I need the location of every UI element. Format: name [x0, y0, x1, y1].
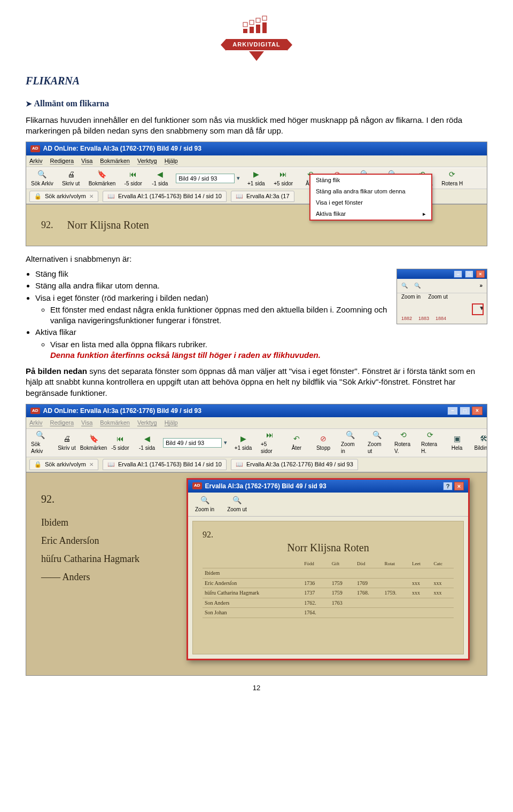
- search-archive-button[interactable]: 🔍Sök Arkiv: [29, 431, 51, 455]
- zoom-out-button[interactable]: 🔍Zoom ut: [226, 496, 248, 513]
- svg-rect-0: [243, 29, 247, 33]
- menu-item[interactable]: Verktyg: [137, 419, 157, 427]
- stop-button[interactable]: ⊘Stopp: [313, 434, 334, 452]
- fwd1-button[interactable]: ▶+1 sida: [232, 434, 254, 452]
- book-icon: 📖: [236, 460, 243, 469]
- bookmarks-button[interactable]: 🔖Bokmärken: [87, 170, 118, 188]
- brand-name: ARKIVDIGITAL: [226, 39, 286, 50]
- maximize-icon[interactable]: □: [465, 270, 473, 278]
- lock-icon: 🔒: [34, 460, 42, 469]
- list-item: Visar en lista med alla öppna flikars ru…: [50, 339, 487, 361]
- back1-button[interactable]: ◀-1 sida: [149, 170, 170, 188]
- help-icon[interactable]: ?: [443, 482, 453, 490]
- zoom-in-button[interactable]: 🔍Zoom in: [339, 431, 361, 455]
- undo-button[interactable]: ↶Åter: [286, 434, 307, 452]
- alt-intro: Alternativen i snabbmenyn är:: [26, 254, 487, 264]
- page-input[interactable]: [176, 174, 235, 183]
- zoom-out-label: Zoom ut: [428, 293, 448, 301]
- tab[interactable]: 📖Ervalla AI:3a (1762-1776) Bild 49 / sid…: [231, 459, 358, 470]
- close-tab-icon[interactable]: ✕: [89, 461, 94, 469]
- book-icon: 📖: [236, 192, 243, 200]
- ctx-close-tab[interactable]: Stäng flik: [310, 175, 431, 186]
- menu-item[interactable]: Bokmärken: [100, 157, 130, 165]
- menu-item[interactable]: Arkiv: [29, 157, 42, 165]
- zoom-in-button[interactable]: 🔍Zoom in: [193, 496, 216, 513]
- ctx-active-tabs[interactable]: Aktiva flikar: [310, 208, 431, 220]
- app-menubar[interactable]: Arkiv Redigera Visa Bokmärken Verktyg Hj…: [26, 417, 487, 429]
- menu-item[interactable]: Visa: [81, 419, 92, 427]
- minimize-icon[interactable]: –: [447, 407, 458, 415]
- window-controls[interactable]: – □ ×: [453, 270, 485, 278]
- minimize-icon[interactable]: –: [454, 270, 462, 278]
- back1-button[interactable]: ◀-1 sida: [136, 434, 158, 452]
- back5-button[interactable]: ⏮-5 sidor: [110, 434, 131, 452]
- rotate-left-button[interactable]: ⟲Rotera V.: [393, 431, 414, 455]
- popup-toolbar: 🔍Zoom in 🔍Zoom ut: [188, 493, 468, 517]
- menu-item[interactable]: Arkiv: [29, 419, 42, 427]
- document-viewport[interactable]: 92. Ibidem Eric Andersſon hüſru Catharin…: [26, 472, 487, 675]
- popup-document[interactable]: 92. Norr Klijsna Roten Född Gift Död Rot…: [192, 521, 464, 654]
- page-number: 12: [26, 683, 487, 693]
- fwd5-button[interactable]: ⏭+5 sidor: [272, 170, 294, 188]
- section-heading: FLIKARNA: [26, 74, 487, 88]
- svg-rect-5: [250, 20, 254, 25]
- ctx-own-window[interactable]: Visa i eget fönster: [310, 197, 431, 208]
- zoom-in-icon[interactable]: 🔍: [401, 282, 408, 290]
- window-titlebar: AD AD OnLine: Ervalla AI:3a (1762-1776) …: [26, 404, 487, 417]
- window-titlebar: AD AD OnLine: Ervalla AI:3a (1762-1776) …: [26, 142, 487, 155]
- close-icon[interactable]: ×: [476, 270, 485, 278]
- rotate-right-button[interactable]: ⟳Rotera H.: [419, 431, 441, 455]
- page-input[interactable]: [163, 438, 222, 448]
- lock-icon: 🔒: [34, 192, 42, 200]
- rotate-right-button[interactable]: ⟳Rotera H: [440, 170, 464, 188]
- search-archive-button[interactable]: 🔍Sök Arkiv: [29, 170, 55, 188]
- zoom-out-icon[interactable]: 🔍: [414, 282, 421, 290]
- tab[interactable]: 🔒Sök arkiv/volym✕: [29, 459, 98, 470]
- fit-button[interactable]: ▣Hela: [446, 434, 468, 452]
- svg-rect-4: [243, 22, 247, 27]
- screenshot-separate-window: AD AD OnLine: Ervalla AI:3a (1762-1776) …: [26, 404, 487, 676]
- fwd5-button[interactable]: ⏭+5 sidor: [259, 431, 281, 455]
- tab[interactable]: 🔒Sök arkiv/volym✕: [29, 191, 98, 202]
- page-nav-field[interactable]: ▾: [163, 438, 227, 448]
- menu-item[interactable]: Bokmärken: [100, 419, 130, 427]
- app-badge-icon: AD: [192, 482, 202, 489]
- popup-title: Ervalla AI:3a (1762-1776) Bild 49 / sid …: [205, 482, 327, 490]
- close-tab-icon[interactable]: ✕: [89, 193, 94, 200]
- back5-button[interactable]: ⏮-5 sidor: [122, 170, 144, 188]
- maximize-icon[interactable]: □: [460, 407, 470, 415]
- more-icon[interactable]: »: [479, 282, 483, 290]
- dropdown-icon[interactable]: ▾: [237, 174, 240, 182]
- menu-item[interactable]: Hjälp: [165, 419, 178, 427]
- svg-rect-6: [256, 18, 260, 22]
- menu-item[interactable]: Visa: [81, 157, 92, 165]
- menu-item[interactable]: Verktyg: [137, 157, 157, 165]
- menu-item[interactable]: Hjälp: [165, 157, 178, 165]
- screenshot-corner: – □ × 🔍 🔍 » Zoom in Zoom ut ▾ 1882 1883 …: [397, 269, 487, 324]
- subsection-heading: Allmänt om flikarna: [26, 98, 487, 110]
- app-toolbar: 🔍Sök Arkiv 🖨Skriv ut 🔖Bokmärken ⏮-5 sido…: [26, 429, 487, 457]
- page-nav-field[interactable]: ▾: [176, 174, 240, 183]
- close-icon[interactable]: ×: [472, 407, 483, 415]
- shield-icon: [249, 51, 264, 61]
- tab[interactable]: 📖Ervalla AI:3a (17: [231, 191, 294, 202]
- dropdown-icon[interactable]: ▾: [224, 439, 227, 447]
- tab[interactable]: 📖Ervalla AI:1 (1745-1763) Bild 14 / sid …: [103, 191, 227, 202]
- red-highlight-box: [472, 303, 484, 315]
- menu-item[interactable]: Redigera: [50, 419, 74, 427]
- app-menubar[interactable]: Arkiv Redigera Visa Bokmärken Verktyg Hj…: [26, 155, 487, 167]
- tab-context-menu: Stäng flik Stäng alla andra flikar utom …: [309, 174, 432, 220]
- zoom-out-button[interactable]: 🔍Zoom ut: [366, 431, 387, 455]
- image-settings-button[interactable]: 🛠Bildinst.: [473, 434, 487, 452]
- zoom-in-label: Zoom in: [401, 293, 421, 301]
- print-button[interactable]: 🖨Skriv ut: [56, 434, 77, 452]
- window-controls[interactable]: – □ ×: [447, 407, 483, 415]
- ctx-close-others[interactable]: Stäng alla andra flikar utom denna: [310, 186, 431, 197]
- book-icon: 📖: [107, 192, 115, 200]
- print-button[interactable]: 🖨Skriv ut: [60, 170, 82, 188]
- close-icon[interactable]: ×: [454, 482, 464, 490]
- bookmarks-button[interactable]: 🔖Bokmärken: [83, 434, 104, 452]
- tab[interactable]: 📖Ervalla AI:1 (1745-1763) Bild 14 / sid …: [103, 459, 227, 470]
- menu-item[interactable]: Redigera: [50, 157, 74, 165]
- fwd1-button[interactable]: ▶+1 sida: [245, 170, 267, 188]
